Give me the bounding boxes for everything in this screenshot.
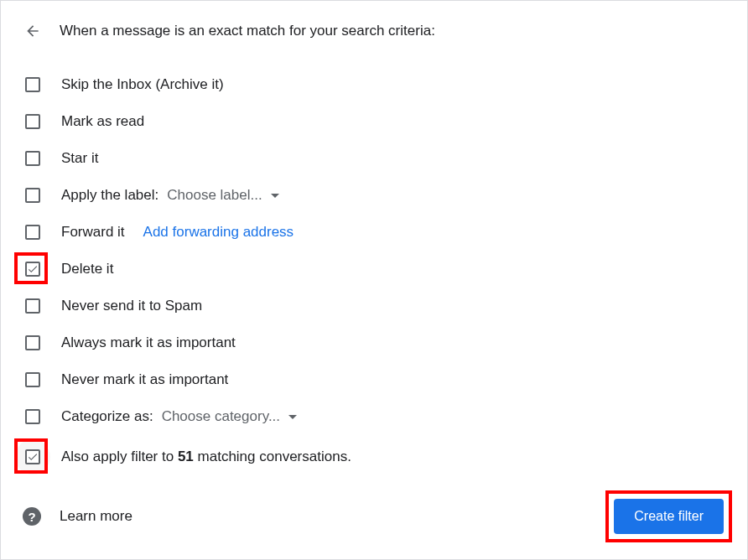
label-star-it: Star it xyxy=(61,150,98,167)
option-categorize: Categorize as: Choose category... xyxy=(23,398,724,435)
back-arrow-icon[interactable] xyxy=(23,21,43,41)
label-always-important: Always mark it as important xyxy=(61,334,236,351)
label-mark-read: Mark as read xyxy=(61,113,144,130)
also-apply-suffix: matching conversations. xyxy=(194,449,351,464)
checkbox-star-it[interactable] xyxy=(25,151,40,166)
checkbox-never-important[interactable] xyxy=(25,372,40,387)
label-categorize: Categorize as: Choose category... xyxy=(61,408,297,425)
filter-actions-dialog: When a message is an exact match for you… xyxy=(0,0,748,560)
apply-label-dropdown-text: Choose label... xyxy=(167,187,262,204)
also-apply-count: 51 xyxy=(178,449,194,464)
checkbox-also-apply[interactable] xyxy=(25,449,40,464)
help-icon[interactable]: ? xyxy=(23,507,41,526)
checkbox-mark-read[interactable] xyxy=(25,114,40,129)
checkbox-apply-label[interactable] xyxy=(25,188,40,203)
checkbox-never-spam[interactable] xyxy=(25,298,40,314)
checkbox-forward-it[interactable] xyxy=(25,225,40,240)
categorize-dropdown[interactable]: Choose category... xyxy=(162,408,297,425)
option-apply-label: Apply the label: Choose label... xyxy=(23,177,724,214)
chevron-down-icon xyxy=(271,194,279,198)
checkbox-categorize[interactable] xyxy=(25,409,40,424)
option-never-spam: Never send it to Spam xyxy=(23,288,724,324)
checkbox-always-important[interactable] xyxy=(25,335,40,350)
checkbox-delete-it[interactable] xyxy=(25,262,40,277)
also-apply-prefix: Also apply filter to xyxy=(61,449,178,464)
label-delete-it: Delete it xyxy=(61,261,113,277)
checkbox-skip-inbox[interactable] xyxy=(25,77,40,92)
label-also-apply: Also apply filter to 51 matching convers… xyxy=(61,449,351,465)
dialog-footer: ? Learn more Create filter xyxy=(23,499,724,534)
label-skip-inbox: Skip the Inbox (Archive it) xyxy=(61,76,224,93)
label-never-spam: Never send it to Spam xyxy=(61,298,202,314)
option-also-apply: Also apply filter to 51 matching convers… xyxy=(23,438,724,475)
option-skip-inbox: Skip the Inbox (Archive it) xyxy=(23,66,724,103)
categorize-prefix: Categorize as: xyxy=(61,408,153,425)
categorize-dropdown-text: Choose category... xyxy=(162,408,280,425)
chevron-down-icon xyxy=(288,415,297,419)
label-apply-label: Apply the label: Choose label... xyxy=(61,187,279,204)
learn-more-link[interactable]: Learn more xyxy=(60,508,132,525)
forward-it-text: Forward it xyxy=(61,224,125,241)
option-forward-it: Forward it Add forwarding address xyxy=(23,214,724,251)
dialog-title: When a message is an exact match for you… xyxy=(60,23,435,39)
create-filter-button[interactable]: Create filter xyxy=(614,499,724,534)
option-delete-it: Delete it xyxy=(23,251,724,288)
label-never-important: Never mark it as important xyxy=(61,371,228,388)
filter-options-list: Skip the Inbox (Archive it) Mark as read… xyxy=(23,66,724,475)
learn-more-section: ? Learn more xyxy=(23,507,132,526)
option-star-it: Star it xyxy=(23,140,724,177)
apply-label-dropdown[interactable]: Choose label... xyxy=(167,187,278,204)
add-forwarding-link[interactable]: Add forwarding address xyxy=(143,224,294,241)
apply-label-prefix: Apply the label: xyxy=(61,187,158,204)
label-forward-it: Forward it Add forwarding address xyxy=(61,224,293,241)
option-never-important: Never mark it as important xyxy=(23,361,724,398)
option-mark-read: Mark as read xyxy=(23,103,724,140)
option-always-important: Always mark it as important xyxy=(23,324,724,361)
dialog-header: When a message is an exact match for you… xyxy=(23,21,724,41)
